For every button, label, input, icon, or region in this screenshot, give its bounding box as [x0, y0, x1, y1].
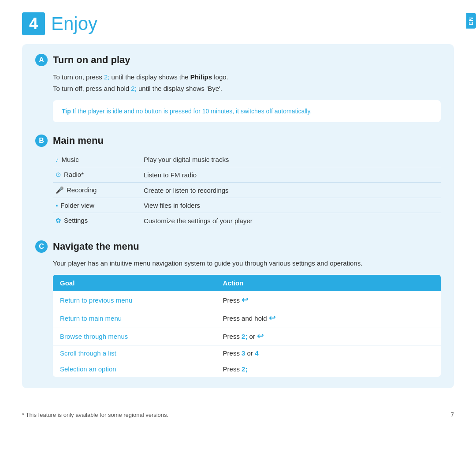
- section-b-header: B Main menu: [35, 135, 441, 147]
- footer-page-number: 7: [450, 411, 454, 418]
- nav-action: Press 2;: [216, 361, 441, 377]
- menu-item-label: ⊙Radio*: [53, 167, 141, 183]
- menu-table-row: ▪Folder view View files in folders: [53, 198, 441, 213]
- nav-action: Press 3 or 4: [216, 345, 441, 361]
- section-c-badge: C: [35, 240, 48, 253]
- nav-table-row: Scroll through a list Press 3 or 4: [53, 345, 441, 361]
- menu-item-desc: View files in folders: [141, 198, 441, 213]
- section-b-title: Main menu: [53, 135, 104, 146]
- footnote-text: This feature is only available for some …: [26, 412, 168, 418]
- nav-table-col2-header: Action: [216, 275, 441, 291]
- footer-note: * This feature is only available for som…: [22, 412, 450, 418]
- menu-item-desc: Customize the settings of your player: [141, 213, 441, 228]
- nav-table-row: Return to main menu Press and hold ↩: [53, 309, 441, 327]
- nav-goal: Return to main menu: [53, 309, 216, 327]
- menu-table-row: 🎤Recording Create or listen to recording…: [53, 183, 441, 198]
- nav-goal: Selection an option: [53, 361, 216, 377]
- menu-item-label: ♪Music: [53, 152, 141, 167]
- menu-item-desc: Create or listen to recordings: [141, 183, 441, 198]
- menu-table: ♪Music Play your digital music tracks ⊙R…: [53, 152, 441, 228]
- footnote-symbol: *: [22, 412, 24, 418]
- menu-item-desc: Play your digital music tracks: [141, 152, 441, 167]
- section-c-header: C Navigate the menu: [35, 240, 441, 253]
- nav-goal: Scroll through a list: [53, 345, 216, 361]
- tip-box: Tip If the player is idle and no button …: [53, 100, 441, 122]
- nav-table: Goal Action Return to previous menu Pres…: [53, 275, 441, 377]
- section-a-header: A Turn on and play: [35, 54, 441, 66]
- footer: * This feature is only available for som…: [0, 401, 476, 425]
- section-a: A Turn on and play To turn on, press 2; …: [35, 54, 441, 122]
- menu-item-icon: ▪: [56, 202, 58, 209]
- nav-action: Press ↩: [216, 291, 441, 309]
- side-tab-en: EN: [466, 13, 476, 29]
- section-a-title: Turn on and play: [53, 54, 130, 66]
- menu-table-row: ✿Settings Customize the settings of your…: [53, 213, 441, 228]
- nav-action: Press 2; or ↩: [216, 327, 441, 345]
- menu-item-label: ✿Settings: [53, 213, 141, 228]
- menu-item-icon: ✿: [56, 217, 61, 224]
- section-a-line1: To turn on, press 2; until the display s…: [53, 71, 441, 83]
- back-arrow-icon: ↩: [242, 296, 248, 304]
- page-header: 4 Enjoy: [0, 0, 476, 44]
- menu-item-label: 🎤Recording: [53, 183, 141, 198]
- menu-table-row: ⊙Radio* Listen to FM radio: [53, 167, 441, 183]
- back-arrow-icon: ↩: [257, 332, 264, 341]
- nav-table-row: Browse through menus Press 2; or ↩: [53, 327, 441, 345]
- section-c-description: Your player has an intuitive menu naviga…: [53, 258, 441, 269]
- section-card: A Turn on and play To turn on, press 2; …: [22, 44, 454, 388]
- nav-goal: Browse through menus: [53, 327, 216, 345]
- menu-item-icon: 🎤: [56, 186, 64, 194]
- tip-text: If the player is idle and no button is p…: [71, 108, 312, 115]
- nav-table-row: Selection an option Press 2;: [53, 361, 441, 377]
- nav-goal: Return to previous menu: [53, 291, 216, 309]
- section-a-line2: To turn off, press and hold 2; until the…: [53, 83, 441, 94]
- chapter-number: 4: [22, 12, 45, 35]
- section-a-badge: A: [35, 54, 48, 66]
- menu-item-desc: Listen to FM radio: [141, 167, 441, 183]
- chapter-title: Enjoy: [51, 13, 97, 34]
- back-arrow-icon: ↩: [269, 314, 275, 322]
- nav-action: Press and hold ↩: [216, 309, 441, 327]
- section-c: C Navigate the menu Your player has an i…: [35, 240, 441, 377]
- main-content: A Turn on and play To turn on, press 2; …: [0, 44, 476, 401]
- nav-table-col1-header: Goal: [53, 275, 216, 291]
- tip-label: Tip: [62, 108, 71, 115]
- section-b-badge: B: [35, 135, 48, 147]
- section-c-title: Navigate the menu: [53, 241, 139, 252]
- menu-item-label: ▪Folder view: [53, 198, 141, 213]
- menu-table-row: ♪Music Play your digital music tracks: [53, 152, 441, 167]
- section-b: B Main menu ♪Music Play your digital mus…: [35, 135, 441, 228]
- nav-table-row: Return to previous menu Press ↩: [53, 291, 441, 309]
- menu-item-icon: ⊙: [56, 171, 61, 178]
- section-a-body: To turn on, press 2; until the display s…: [53, 71, 441, 94]
- menu-item-icon: ♪: [56, 156, 59, 163]
